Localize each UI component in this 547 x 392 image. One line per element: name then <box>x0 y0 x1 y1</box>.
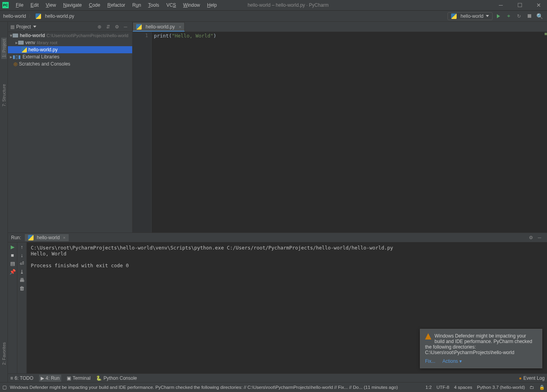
file-encoding[interactable]: UTF-8 <box>436 385 450 390</box>
python-file-icon <box>21 47 27 53</box>
tree-venv[interactable]: ▸ venv library root <box>8 39 132 46</box>
tree-scratches[interactable]: ◎ Scratches and Consoles <box>8 60 132 68</box>
run-tool-header: Run: hello-world × ⚙ ─ <box>8 233 547 242</box>
toolwindow-toggle-icon[interactable]: ▢ <box>2 384 7 390</box>
caret-position[interactable]: 1:2 <box>425 385 432 390</box>
editor-gutter: 1 <box>133 32 152 233</box>
inspection-indicator-icon <box>545 33 547 35</box>
notification-fix-link[interactable]: Fix... <box>425 358 435 364</box>
tree-file-hello-world[interactable]: hello-world.py <box>8 46 132 53</box>
tree-root[interactable]: ▾ hello-world C:\Users\root\PycharmProje… <box>8 32 132 39</box>
indent-status[interactable]: 4 spaces <box>454 385 472 390</box>
gear-icon[interactable]: ⚙ <box>112 23 121 31</box>
maximize-button[interactable]: ☐ <box>514 2 526 8</box>
tool-tab-structure[interactable]: 7: Structure <box>1 83 7 108</box>
left-tool-stripe: 1: Project 7: Structure 2: Favorites <box>0 22 8 382</box>
up-icon[interactable]: ↑ <box>21 244 23 250</box>
coverage-button[interactable]: ↻ <box>515 12 523 21</box>
run-output-toolbar: ↑ ↓ ⏎ ⤓ 🖶 🗑 <box>17 242 27 382</box>
pycharm-logo-icon: PC <box>2 2 9 8</box>
trash-icon[interactable]: 🗑 <box>19 285 24 291</box>
notification-path: C:\Users\root\PycharmProjects\hello-worl… <box>425 350 537 355</box>
hide-tool-icon[interactable]: ─ <box>121 23 130 31</box>
tree-scratches-label: Scratches and Consoles <box>19 61 70 67</box>
collapse-all-icon[interactable]: ⇵ <box>104 23 112 31</box>
lock-icon[interactable]: 🔒 <box>539 384 545 390</box>
notification-actions-link[interactable]: Actions ▾ <box>442 358 462 364</box>
menu-refactor[interactable]: Refactor <box>104 2 128 9</box>
folder-icon <box>18 41 24 45</box>
interpreter-status[interactable]: Python 3.7 (hello-world) <box>477 385 525 390</box>
debug-button[interactable]: ⌖ <box>504 12 513 21</box>
menu-navigate[interactable]: Navigate <box>60 2 85 9</box>
code-token-fn: print <box>154 33 169 39</box>
menu-run[interactable]: Run <box>129 2 144 9</box>
tree-root-path: C:\Users\root\PycharmProjects\hello-worl… <box>47 33 128 38</box>
menu-tools[interactable]: Tools <box>145 2 162 9</box>
menu-vcs[interactable]: VCS <box>163 2 179 9</box>
rerun-button[interactable]: ▶ <box>11 244 15 250</box>
run-button[interactable] <box>494 12 503 21</box>
chevron-down-icon <box>486 15 489 17</box>
scratches-icon: ◎ <box>13 61 17 67</box>
hide-tool-icon[interactable]: ─ <box>535 233 544 242</box>
code-token-string: "Hello, World" <box>172 33 213 39</box>
layout-button[interactable]: ▤ <box>10 261 15 266</box>
tool-tab-terminal[interactable]: ▣ Terminal <box>67 375 90 381</box>
breadcrumb-separator-icon: 〉 <box>28 13 33 19</box>
down-icon[interactable]: ↓ <box>21 252 23 258</box>
menu-edit[interactable]: Edit <box>27 2 42 9</box>
close-icon[interactable]: × <box>179 24 181 29</box>
notification-message: Windows Defender might be impacting your… <box>425 333 537 350</box>
chevron-right-icon: ▸ <box>9 54 13 60</box>
library-icon: ▮▯▮ <box>13 54 21 60</box>
menu-view[interactable]: View <box>43 2 59 9</box>
pin-button[interactable]: 📌 <box>9 269 16 275</box>
tree-extlib-label: External Libraries <box>22 54 59 60</box>
chevron-down-icon[interactable] <box>33 26 36 28</box>
breadcrumb-project[interactable]: hello-world <box>3 13 26 19</box>
menu-window[interactable]: Window <box>180 2 203 9</box>
tool-tab-favorites[interactable]: 2: Favorites <box>1 341 7 366</box>
close-icon[interactable]: × <box>63 235 65 240</box>
project-tree: ▾ hello-world C:\Users\root\PycharmProje… <box>8 32 132 233</box>
menu-code[interactable]: Code <box>86 2 103 9</box>
project-tool-title: Project <box>16 24 31 30</box>
locate-icon[interactable]: ⊕ <box>95 23 104 31</box>
line-number: 1 <box>133 33 148 38</box>
print-icon[interactable]: 🖶 <box>19 277 24 283</box>
run-config-selector[interactable]: hello-world <box>448 12 493 20</box>
tool-tab-todo[interactable]: ≡ 6: TODO <box>10 375 34 381</box>
stop-button[interactable]: ■ <box>11 252 14 258</box>
tool-tab-run[interactable]: ▶ 4: Run <box>39 375 61 382</box>
code-token-paren: ) <box>214 33 217 39</box>
tree-external-libraries[interactable]: ▸ ▮▯▮ External Libraries <box>8 53 132 60</box>
stop-button[interactable] <box>525 12 534 21</box>
run-tab[interactable]: hello-world × <box>25 234 68 241</box>
run-action-toolbar: ▶ ■ ▤ 📌 <box>8 242 17 382</box>
nav-bar: hello-world 〉 hello-world.py hello-world… <box>0 11 547 22</box>
scroll-to-end-icon[interactable]: ⤓ <box>20 269 24 275</box>
code-content[interactable]: print("Hello, World") <box>152 32 547 233</box>
menu-file[interactable]: File <box>13 2 26 9</box>
code-editor[interactable]: 1 print("Hello, World") <box>133 32 547 233</box>
tool-tab-project[interactable]: 1: Project <box>1 38 7 59</box>
notification-popup: Windows Defender might be impacting your… <box>420 329 542 368</box>
minimize-button[interactable]: ─ <box>495 2 507 8</box>
project-tool-header: ▦ Project ⊕ ⇵ ⚙ ─ <box>8 22 132 32</box>
python-icon <box>451 13 457 19</box>
breadcrumb-file[interactable]: hello-world.py <box>45 13 74 19</box>
title-bar: PC File Edit View Navigate Code Refactor… <box>0 0 547 11</box>
python-file-icon <box>36 13 41 19</box>
event-log-button[interactable]: ● Event Log <box>519 375 545 381</box>
tool-tab-python-console[interactable]: 🐍 Python Console <box>96 375 137 381</box>
search-everywhere-button[interactable]: 🔍 <box>535 12 544 21</box>
softwrap-icon[interactable]: ⏎ <box>20 261 24 266</box>
close-button[interactable]: ✕ <box>533 2 545 8</box>
editor-tab-hello-world[interactable]: hello-world.py × <box>133 22 185 32</box>
git-status-icon[interactable]: 🗀 <box>530 385 534 390</box>
python-icon <box>28 235 34 240</box>
status-message: Windows Defender might be impacting your… <box>10 385 398 390</box>
menu-help[interactable]: Help <box>204 2 220 9</box>
gear-icon[interactable]: ⚙ <box>526 233 535 242</box>
